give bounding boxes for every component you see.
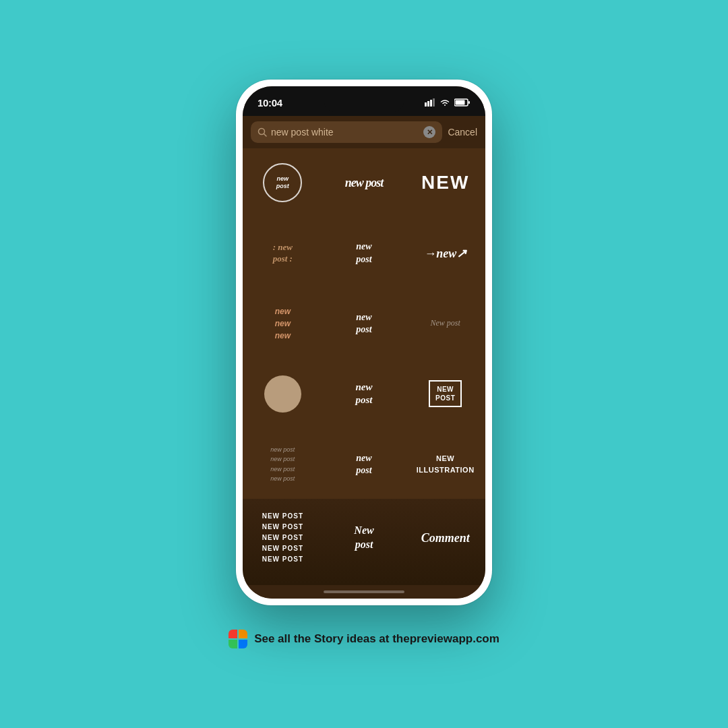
signal-icon [425,98,435,107]
svg-rect-1 [427,101,429,107]
status-icons [425,98,471,107]
sticker-bold-new: NEW [421,172,469,193]
sticker-bold-new-illustration: NEWillustration [417,453,475,475]
sticker-cell-9[interactable]: New post [405,289,485,358]
sticker-stacked: NEW POSTNEW POSTNEW POSTNEW POSTNEW POST [262,511,303,565]
svg-rect-6 [456,100,465,105]
phone-wrapper: 10:04 [236,80,492,605]
sticker-white-new-post: newpost [356,241,371,265]
sticker-cell-10[interactable] [243,359,323,428]
sticker-cell-3[interactable]: NEW [405,148,485,217]
wifi-icon [439,98,450,107]
cancel-button[interactable]: Cancel [448,127,477,138]
svg-rect-2 [430,100,432,107]
search-input-area[interactable]: new post white ✕ [251,121,442,143]
search-icon [257,127,267,137]
svg-rect-5 [468,101,470,104]
sticker-cell-11[interactable]: newpost [324,359,404,428]
search-text: new post white [271,127,419,138]
sticker-cell-7[interactable]: newnewnew [243,289,323,358]
bottom-cell-3[interactable]: Comment [405,504,485,572]
sticker-modern-new-post: newpost [355,381,372,407]
logo-q1 [229,630,237,638]
bottom-bar: NEW POSTNEW POSTNEW POSTNEW POSTNEW POST… [243,499,485,585]
sticker-multi-line: new postnew postnew postnew post [270,445,295,484]
status-bar: 10:04 [243,86,485,116]
svg-rect-0 [425,102,427,107]
sticker-comment: Comment [421,531,470,545]
bottom-cell-2[interactable]: Newpost [324,504,404,572]
home-indicator [243,585,485,599]
sticker-arrow-new: →new↗ [424,246,466,261]
sticker-light-new-post: New post [430,318,460,328]
sticker-circle-new-post: newpost [263,163,302,202]
search-clear-button[interactable]: ✕ [423,126,435,138]
sticker-cell-2[interactable]: new post [324,148,404,217]
sticker-script2: newpost [356,311,371,336]
sticker-circle-cream [264,375,301,413]
sticker-grid: newpost new post NEW : newpost : newpost… [243,148,485,499]
status-notch [324,93,404,112]
sticker-cell-15[interactable]: NEWillustration [405,430,485,499]
battery-icon [454,98,471,107]
sticker-box-new-post: NEWPOST [429,380,462,407]
sticker-cell-5[interactable]: newpost [324,218,404,287]
sticker-cell-12[interactable]: NEWPOST [405,359,485,428]
footer-text: See all the Story ideas at thepreviewapp… [254,632,499,646]
logo-q2 [239,630,247,638]
sticker-cursive2: Newpost [354,524,373,552]
sticker-script-new-post: new post [345,176,384,190]
status-time: 10:04 [257,97,282,109]
home-bar [324,590,404,593]
search-bar: new post white ✕ Cancel [243,116,485,148]
logo-q3 [229,640,237,648]
sticker-cell-6[interactable]: →new↗ [405,218,485,287]
app-logo [229,630,247,648]
svg-rect-3 [433,98,435,107]
sticker-cell-14[interactable]: newpost [324,430,404,499]
sticker-triple-new: newnewnew [275,305,291,342]
bottom-cell-1[interactable]: NEW POSTNEW POSTNEW POSTNEW POSTNEW POST [243,504,323,572]
sticker-cell-13[interactable]: new postnew postnew postnew post [243,430,323,499]
sticker-dots-new-post: : newpost : [273,242,293,265]
phone-inner: 10:04 [243,86,485,599]
sticker-cell-1[interactable]: newpost [243,148,323,217]
footer: See all the Story ideas at thepreviewapp… [229,619,499,648]
logo-q4 [239,640,247,648]
sticker-cell-4[interactable]: : newpost : [243,218,323,287]
sticker-cell-8[interactable]: newpost [324,289,404,358]
sticker-cursive-new-post: newpost [356,452,371,477]
